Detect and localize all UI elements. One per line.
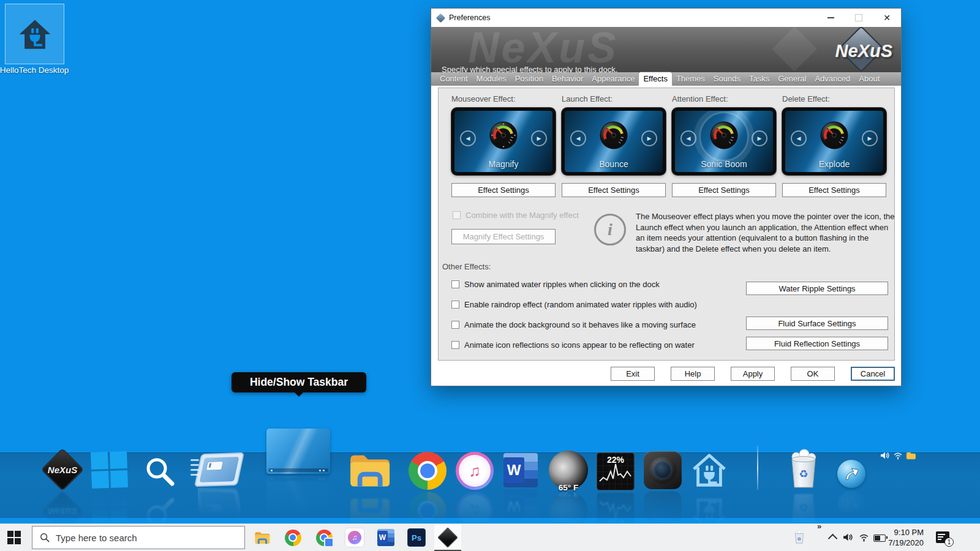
dock-item-moon-weather[interactable]: 65° F 65° F [549, 451, 588, 531]
dock-item-settings-toggle[interactable] [198, 453, 241, 521]
dock-wifi-icon[interactable] [893, 451, 903, 460]
water-ripples-checkbox[interactable] [451, 280, 459, 288]
icon-reflections-checkbox[interactable] [451, 341, 459, 349]
mouseover-effect-settings-button[interactable]: Effect Settings [451, 183, 556, 197]
apply-button[interactable]: Apply [731, 367, 775, 381]
mouseover-effect-preview[interactable]: ◀ [451, 108, 556, 175]
fluid-surface-label: Animate the dock background so it behave… [464, 320, 696, 329]
delete-effect-settings-button[interactable]: Effect Settings [782, 183, 886, 197]
tab-effects[interactable]: Effects [639, 72, 672, 86]
svg-text:♻: ♻ [799, 501, 808, 513]
dialog-header-banner: NeXuS Specify which special effects to a… [431, 27, 901, 72]
nexus-brand-text: NeXuS [48, 465, 77, 475]
word-icon-reflection: W [503, 489, 538, 523]
desktop-shortcut-hellotech[interactable]: HelloTech Desktop [0, 0, 80, 80]
dialog-titlebar[interactable]: Preferences ✕ [431, 9, 901, 27]
taskbar-item-photoshop[interactable]: Ps [403, 524, 430, 551]
tray-volume-icon[interactable] [843, 533, 853, 542]
curved-arrow-icon-reflection [837, 490, 865, 518]
prev-effect-icon[interactable]: ◀ [460, 130, 476, 146]
dock-item-hide-show-taskbar[interactable] [266, 429, 330, 521]
dock-item-chrome[interactable] [409, 452, 447, 530]
taskbar-item-chrome[interactable] [279, 524, 306, 551]
tray-recycle-bin-icon[interactable]: ♻ [793, 529, 806, 545]
tab-about[interactable]: About [854, 72, 884, 86]
start-button[interactable] [7, 531, 21, 547]
taskbar-item-nexus-active[interactable] [434, 524, 461, 551]
next-effect-icon[interactable]: ▶ [752, 130, 767, 146]
water-ripple-settings-button[interactable]: Water Ripple Settings [746, 282, 888, 295]
dialog-tabstrip: Content Modules Position Behavior Appear… [431, 72, 901, 86]
help-button[interactable]: Help [671, 367, 715, 381]
effect-group-delete: Delete Effect: ◀ [782, 94, 886, 197]
dock-item-recycle-bin[interactable]: ♻ ♻ [784, 448, 823, 533]
delete-effect-preview[interactable]: ◀ ▶ Explode [782, 108, 886, 175]
water-ripples-label: Show animated water ripples when clickin… [464, 280, 660, 289]
launch-effect-preview[interactable]: ◀ ▶ Bounce [562, 108, 666, 175]
taskbar-search-input[interactable]: Type here to search [32, 526, 245, 549]
dock-item-word[interactable]: W W [503, 453, 538, 523]
dock-item-update[interactable] [837, 460, 865, 518]
dock-item-itunes[interactable]: ♫ ♫ [456, 452, 494, 530]
fluid-reflection-settings-button[interactable]: Fluid Reflection Settings [746, 337, 888, 350]
effect-name: Explode [785, 159, 883, 169]
dock-speaker-icon[interactable] [880, 451, 890, 460]
chrome-profile-badge [324, 538, 334, 547]
launch-effect-settings-button[interactable]: Effect Settings [562, 183, 666, 197]
tab-appearance[interactable]: Appearance [587, 72, 639, 86]
dock-item-file-explorer[interactable] [347, 450, 391, 535]
dock-item-camera[interactable] [644, 451, 682, 529]
cancel-button[interactable]: Cancel [851, 367, 895, 381]
raindrop-checkbox[interactable] [451, 301, 459, 309]
dock-folder-icon[interactable] [906, 452, 916, 460]
raindrop-checkbox-row[interactable]: Enable raindrop effect (random animated … [451, 300, 697, 309]
tab-modules[interactable]: Modules [472, 72, 511, 86]
chrome-icon [285, 530, 301, 546]
attention-effect-preview[interactable]: ◀ ▶ Sonic Boom [672, 108, 776, 175]
next-effect-icon[interactable]: ▶ [531, 130, 547, 146]
fluid-surface-settings-button[interactable]: Fluid Surface Settings [746, 317, 888, 330]
prev-effect-icon[interactable]: ◀ [680, 130, 696, 146]
ok-button[interactable]: OK [791, 367, 835, 381]
taskbar-item-chrome-profile[interactable] [311, 524, 337, 551]
minimize-button[interactable] [816, 9, 845, 27]
tab-sounds[interactable]: Sounds [709, 72, 745, 86]
attention-effect-settings-button[interactable]: Effect Settings [672, 183, 776, 197]
tab-themes[interactable]: Themes [672, 72, 709, 86]
chevron-up-icon [828, 534, 838, 544]
tab-advanced[interactable]: Advanced [810, 72, 854, 86]
fluid-surface-checkbox[interactable] [451, 321, 459, 329]
fluid-surface-checkbox-row[interactable]: Animate the dock background so it behave… [451, 320, 696, 329]
dock-item-cpu-meter[interactable]: 22% 22% [597, 452, 635, 530]
dock-item-nexus[interactable]: NeXuS NeXuS [42, 449, 83, 532]
prev-effect-icon[interactable]: ◀ [570, 130, 586, 146]
dock-item-search[interactable] [141, 453, 177, 531]
tab-general[interactable]: General [774, 72, 810, 86]
tab-content[interactable]: Content [435, 72, 472, 86]
icon-reflections-checkbox-row[interactable]: Animate icon reflections so icons appear… [451, 340, 695, 350]
tray-overflow-chevrons[interactable]: » [817, 522, 821, 531]
effect-label: Launch Effect: [562, 94, 666, 103]
water-ripples-checkbox-row[interactable]: Show animated water ripples when clickin… [451, 280, 660, 289]
tab-tasks[interactable]: Tasks [745, 72, 774, 86]
tray-show-hidden-icons[interactable] [829, 533, 836, 542]
file-explorer-icon [347, 450, 391, 492]
close-button[interactable]: ✕ [873, 9, 901, 27]
taskbar-clock[interactable]: 9:10 PM 7/19/2020 [881, 527, 924, 548]
tab-behavior[interactable]: Behavior [548, 72, 587, 86]
nexus-logo: NeXuS [821, 30, 895, 69]
effect-group-launch: Launch Effect: ◀ [562, 94, 666, 197]
taskbar-item-word[interactable]: W [372, 524, 399, 551]
prev-effect-icon[interactable]: ◀ [791, 130, 807, 146]
exit-button[interactable]: Exit [611, 367, 655, 381]
taskbar-item-file-explorer[interactable] [249, 524, 276, 551]
tab-position[interactable]: Position [511, 72, 548, 86]
next-effect-icon[interactable]: ▶ [862, 130, 878, 146]
dock-item-hellotech[interactable] [690, 451, 728, 534]
tray-wifi-icon[interactable] [859, 533, 869, 542]
notification-badge: 1 [944, 538, 954, 547]
next-effect-icon[interactable]: ▶ [641, 130, 657, 146]
dock-item-windows[interactable] [91, 452, 127, 526]
clock-date: 7/19/2020 [881, 538, 924, 548]
taskbar-item-itunes[interactable]: ♫ [341, 524, 368, 551]
